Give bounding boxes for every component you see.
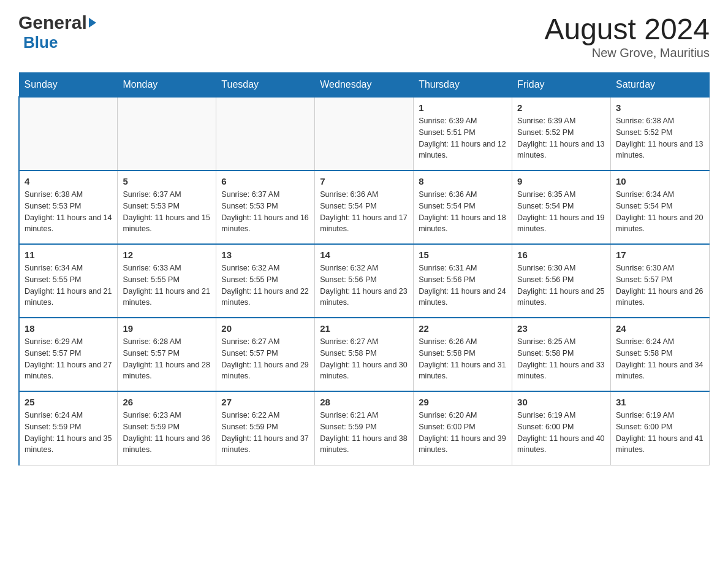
day-number: 18 [25,323,112,334]
week-row-3: 11Sunrise: 6:34 AM Sunset: 5:55 PM Dayli… [19,244,710,318]
day-number: 27 [221,397,309,407]
header-day-friday: Friday [512,73,611,98]
calendar-header: SundayMondayTuesdayWednesdayThursdayFrid… [19,73,710,98]
calendar-cell [19,97,118,170]
day-number: 26 [123,397,211,407]
day-info: Sunrise: 6:19 AM Sunset: 6:00 PM Dayligh… [616,410,704,456]
day-number: 28 [320,397,408,407]
day-info: Sunrise: 6:24 AM Sunset: 5:58 PM Dayligh… [616,336,704,382]
calendar-cell: 31Sunrise: 6:19 AM Sunset: 6:00 PM Dayli… [611,391,710,465]
day-info: Sunrise: 6:25 AM Sunset: 5:58 PM Dayligh… [517,336,605,382]
day-number: 8 [419,176,507,186]
day-info: Sunrise: 6:26 AM Sunset: 5:58 PM Dayligh… [419,336,507,382]
day-info: Sunrise: 6:29 AM Sunset: 5:57 PM Dayligh… [25,336,112,382]
day-number: 11 [25,250,112,260]
day-info: Sunrise: 6:33 AM Sunset: 5:55 PM Dayligh… [123,262,211,308]
day-number: 3 [616,102,704,113]
calendar-cell [315,97,414,170]
day-info: Sunrise: 6:36 AM Sunset: 5:54 PM Dayligh… [419,189,507,235]
day-number: 21 [320,323,408,334]
day-info: Sunrise: 6:39 AM Sunset: 5:52 PM Dayligh… [517,115,605,161]
calendar-cell: 3Sunrise: 6:38 AM Sunset: 5:52 PM Daylig… [611,97,710,170]
day-number: 17 [616,250,704,260]
week-row-2: 4Sunrise: 6:38 AM Sunset: 5:53 PM Daylig… [19,170,710,244]
day-number: 29 [419,397,507,407]
day-number: 30 [517,397,605,407]
calendar-cell: 15Sunrise: 6:31 AM Sunset: 5:56 PM Dayli… [414,244,512,318]
header-row: SundayMondayTuesdayWednesdayThursdayFrid… [19,73,710,98]
calendar-cell: 5Sunrise: 6:37 AM Sunset: 5:53 PM Daylig… [118,170,216,244]
calendar-cell: 9Sunrise: 6:35 AM Sunset: 5:54 PM Daylig… [512,170,611,244]
calendar-cell: 22Sunrise: 6:26 AM Sunset: 5:58 PM Dayli… [414,318,512,391]
day-number: 19 [123,323,211,334]
header-day-monday: Monday [118,73,216,98]
header-day-wednesday: Wednesday [315,73,414,98]
header-day-thursday: Thursday [414,73,512,98]
calendar-cell: 29Sunrise: 6:20 AM Sunset: 6:00 PM Dayli… [414,391,512,465]
day-info: Sunrise: 6:35 AM Sunset: 5:54 PM Dayligh… [517,189,605,235]
calendar-cell: 11Sunrise: 6:34 AM Sunset: 5:55 PM Dayli… [19,244,118,318]
day-info: Sunrise: 6:19 AM Sunset: 6:00 PM Dayligh… [517,410,605,456]
calendar-cell: 25Sunrise: 6:24 AM Sunset: 5:59 PM Dayli… [19,391,118,465]
calendar-body: 1Sunrise: 6:39 AM Sunset: 5:51 PM Daylig… [19,97,710,465]
day-info: Sunrise: 6:28 AM Sunset: 5:57 PM Dayligh… [123,336,211,382]
day-number: 10 [616,176,704,186]
day-info: Sunrise: 6:38 AM Sunset: 5:53 PM Dayligh… [25,189,112,235]
day-number: 14 [320,250,408,260]
day-info: Sunrise: 6:27 AM Sunset: 5:57 PM Dayligh… [221,336,309,382]
day-number: 5 [123,176,211,186]
calendar-cell: 18Sunrise: 6:29 AM Sunset: 5:57 PM Dayli… [19,318,118,391]
day-info: Sunrise: 6:30 AM Sunset: 5:57 PM Dayligh… [616,262,704,308]
calendar-cell: 16Sunrise: 6:30 AM Sunset: 5:56 PM Dayli… [512,244,611,318]
calendar-subtitle: New Grove, Mauritius [544,46,710,60]
day-number: 25 [25,397,112,407]
day-info: Sunrise: 6:21 AM Sunset: 5:59 PM Dayligh… [320,410,408,456]
calendar-cell: 14Sunrise: 6:32 AM Sunset: 5:56 PM Dayli… [315,244,414,318]
calendar-cell: 28Sunrise: 6:21 AM Sunset: 5:59 PM Dayli… [315,391,414,465]
calendar-cell [216,97,315,170]
calendar-cell: 7Sunrise: 6:36 AM Sunset: 5:54 PM Daylig… [315,170,414,244]
day-info: Sunrise: 6:27 AM Sunset: 5:58 PM Dayligh… [320,336,408,382]
week-row-1: 1Sunrise: 6:39 AM Sunset: 5:51 PM Daylig… [19,97,710,170]
calendar-cell: 26Sunrise: 6:23 AM Sunset: 5:59 PM Dayli… [118,391,216,465]
calendar-title-block: August 2024 New Grove, Mauritius [544,12,710,60]
day-number: 7 [320,176,408,186]
calendar-cell: 23Sunrise: 6:25 AM Sunset: 5:58 PM Dayli… [512,318,611,391]
day-info: Sunrise: 6:36 AM Sunset: 5:54 PM Dayligh… [320,189,408,235]
calendar-cell: 4Sunrise: 6:38 AM Sunset: 5:53 PM Daylig… [19,170,118,244]
calendar-cell: 8Sunrise: 6:36 AM Sunset: 5:54 PM Daylig… [414,170,512,244]
logo-blue-text: Blue [23,33,58,52]
logo-general-text: General [18,12,87,33]
calendar-cell [118,97,216,170]
day-info: Sunrise: 6:34 AM Sunset: 5:54 PM Dayligh… [616,189,704,235]
page-header: General Blue August 2024 New Grove, Maur… [18,12,710,60]
day-number: 22 [419,323,507,334]
day-number: 15 [419,250,507,260]
day-number: 13 [221,250,309,260]
day-number: 2 [517,102,605,113]
day-number: 16 [517,250,605,260]
logo: General Blue [18,12,96,52]
calendar-table: SundayMondayTuesdayWednesdayThursdayFrid… [18,72,710,465]
day-number: 20 [221,323,309,334]
logo-arrow-icon [89,18,96,28]
header-day-tuesday: Tuesday [216,73,315,98]
day-number: 12 [123,250,211,260]
day-number: 9 [517,176,605,186]
day-info: Sunrise: 6:23 AM Sunset: 5:59 PM Dayligh… [123,410,211,456]
calendar-cell: 17Sunrise: 6:30 AM Sunset: 5:57 PM Dayli… [611,244,710,318]
day-number: 31 [616,397,704,407]
day-info: Sunrise: 6:20 AM Sunset: 6:00 PM Dayligh… [419,410,507,456]
day-info: Sunrise: 6:31 AM Sunset: 5:56 PM Dayligh… [419,262,507,308]
calendar-cell: 10Sunrise: 6:34 AM Sunset: 5:54 PM Dayli… [611,170,710,244]
calendar-cell: 12Sunrise: 6:33 AM Sunset: 5:55 PM Dayli… [118,244,216,318]
header-day-sunday: Sunday [19,73,118,98]
calendar-cell: 13Sunrise: 6:32 AM Sunset: 5:55 PM Dayli… [216,244,315,318]
day-info: Sunrise: 6:34 AM Sunset: 5:55 PM Dayligh… [25,262,112,308]
day-number: 6 [221,176,309,186]
day-info: Sunrise: 6:32 AM Sunset: 5:56 PM Dayligh… [320,262,408,308]
header-day-saturday: Saturday [611,73,710,98]
calendar-cell: 21Sunrise: 6:27 AM Sunset: 5:58 PM Dayli… [315,318,414,391]
day-info: Sunrise: 6:32 AM Sunset: 5:55 PM Dayligh… [221,262,309,308]
week-row-5: 25Sunrise: 6:24 AM Sunset: 5:59 PM Dayli… [19,391,710,465]
